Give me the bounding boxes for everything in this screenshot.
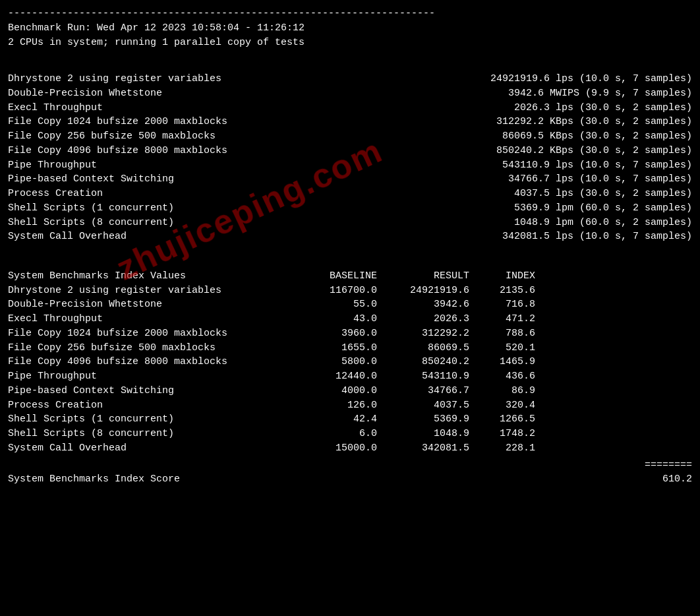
raw-result-row: Shell Scripts (1 concurrent) 5369.9 lpm … <box>8 201 692 216</box>
index-row-index: 1465.9 <box>469 355 535 369</box>
score-label: System Benchmarks Index Score <box>8 472 626 487</box>
index-row-baseline: 126.0 <box>285 398 377 413</box>
raw-values: 1048.9 lpm (60.0 s, 2 samples) <box>514 216 692 230</box>
index-header-result: RESULT <box>377 269 469 284</box>
raw-label: File Copy 4096 bufsize 8000 maxblocks <box>8 144 258 158</box>
raw-result-row: File Copy 1024 bufsize 2000 maxblocks 31… <box>8 115 692 129</box>
index-header-baseline: BASELINE <box>285 269 377 284</box>
index-row-label: Pipe Throughput <box>8 369 285 384</box>
raw-result-row: Execl Throughput 2026.3 lps (30.0 s, 2 s… <box>8 101 692 115</box>
index-row-result: 1048.9 <box>377 427 469 441</box>
index-row-label: System Call Overhead <box>8 441 285 456</box>
index-row-index: 2135.6 <box>469 284 535 298</box>
raw-label: Execl Throughput <box>8 101 258 115</box>
index-data-row: File Copy 4096 bufsize 8000 maxblocks580… <box>8 355 692 369</box>
raw-result-row: Double-Precision Whetstone 3942.6 MWIPS … <box>8 86 692 101</box>
raw-values: 34766.7 lps (10.0 s, 7 samples) <box>508 172 692 187</box>
raw-result-row: File Copy 256 bufsize 500 maxblocks 8606… <box>8 129 692 144</box>
index-row-baseline: 15000.0 <box>285 441 377 456</box>
index-row-result: 850240.2 <box>377 355 469 369</box>
index-row-label: Shell Scripts (8 concurrent) <box>8 427 285 441</box>
index-row-index: 716.8 <box>469 297 535 312</box>
index-data-row: File Copy 256 bufsize 500 maxblocks1655.… <box>8 341 692 355</box>
raw-values: 312292.2 KBps (30.0 s, 2 samples) <box>496 115 692 129</box>
raw-label: File Copy 1024 bufsize 2000 maxblocks <box>8 115 258 129</box>
index-row-index: 520.1 <box>469 341 535 355</box>
raw-result-row: File Copy 4096 bufsize 8000 maxblocks 85… <box>8 144 692 158</box>
raw-label: Shell Scripts (1 concurrent) <box>8 201 258 216</box>
index-data-row: File Copy 1024 bufsize 2000 maxblocks396… <box>8 326 692 341</box>
index-row-result: 312292.2 <box>377 326 469 341</box>
terminal-content: ----------------------------------------… <box>8 7 692 487</box>
raw-values: 24921919.6 lps (10.0 s, 7 samples) <box>490 72 692 86</box>
index-data-row: Pipe-based Context Switching4000.034766.… <box>8 384 692 398</box>
index-table-section: System Benchmarks Index ValuesBASELINERE… <box>8 269 692 487</box>
index-row-index: 228.1 <box>469 441 535 456</box>
index-header-row: System Benchmarks Index ValuesBASELINERE… <box>8 269 692 284</box>
index-separator: ======== <box>8 458 692 473</box>
raw-result-row: Dhrystone 2 using register variables 249… <box>8 72 692 86</box>
index-row-label: Shell Scripts (1 concurrent) <box>8 412 285 427</box>
raw-result-row: Shell Scripts (8 concurrent) 1048.9 lpm … <box>8 216 692 230</box>
score-row: System Benchmarks Index Score610.2 <box>8 472 692 487</box>
index-row-result: 543110.9 <box>377 369 469 384</box>
raw-result-row: Pipe Throughput 543110.9 lps (10.0 s, 7 … <box>8 158 692 173</box>
raw-label: Double-Precision Whetstone <box>8 86 258 101</box>
raw-result-row: Process Creation 4037.5 lps (30.0 s, 2 s… <box>8 187 692 201</box>
index-row-baseline: 6.0 <box>285 427 377 441</box>
index-data-row: Dhrystone 2 using register variables1167… <box>8 284 692 298</box>
raw-values: 4037.5 lps (30.0 s, 2 samples) <box>514 187 692 201</box>
index-row-result: 4037.5 <box>377 398 469 413</box>
raw-result-row: System Call Overhead 342081.5 lps (10.0 … <box>8 230 692 244</box>
raw-label: Shell Scripts (8 concurrent) <box>8 216 258 230</box>
raw-values: 543110.9 lps (10.0 s, 7 samples) <box>502 158 692 173</box>
index-row-result: 86069.5 <box>377 341 469 355</box>
index-row-index: 1748.2 <box>469 427 535 441</box>
index-row-baseline: 43.0 <box>285 312 377 326</box>
raw-result-row: Pipe-based Context Switching 34766.7 lps… <box>8 172 692 187</box>
raw-results-section: Dhrystone 2 using register variables 249… <box>8 72 692 244</box>
index-row-index: 788.6 <box>469 326 535 341</box>
index-row-result: 24921919.6 <box>377 284 469 298</box>
index-row-result: 5369.9 <box>377 412 469 427</box>
raw-label: Process Creation <box>8 187 258 201</box>
index-data-row: Double-Precision Whetstone55.03942.6716.… <box>8 297 692 312</box>
index-row-index: 86.9 <box>469 384 535 398</box>
index-row-index: 471.2 <box>469 312 535 326</box>
index-row-result: 342081.5 <box>377 441 469 456</box>
raw-label: Pipe-based Context Switching <box>8 172 258 187</box>
index-data-row: Process Creation126.04037.5320.4 <box>8 398 692 413</box>
index-data-row: Shell Scripts (1 concurrent)42.45369.912… <box>8 412 692 427</box>
index-row-label: Process Creation <box>8 398 285 413</box>
raw-values: 86069.5 KBps (30.0 s, 2 samples) <box>502 129 692 144</box>
index-row-baseline: 3960.0 <box>285 326 377 341</box>
index-row-baseline: 1655.0 <box>285 341 377 355</box>
index-row-result: 2026.3 <box>377 312 469 326</box>
index-header-label: System Benchmarks Index Values <box>8 269 285 284</box>
raw-label: System Call Overhead <box>8 230 258 244</box>
index-row-baseline: 12440.0 <box>285 369 377 384</box>
index-row-index: 436.6 <box>469 369 535 384</box>
index-row-label: File Copy 1024 bufsize 2000 maxblocks <box>8 326 285 341</box>
index-row-baseline: 42.4 <box>285 412 377 427</box>
index-row-baseline: 4000.0 <box>285 384 377 398</box>
index-row-baseline: 5800.0 <box>285 355 377 369</box>
raw-values: 342081.5 lps (10.0 s, 7 samples) <box>502 230 692 244</box>
index-row-label: File Copy 256 bufsize 500 maxblocks <box>8 341 285 355</box>
index-row-index: 1266.5 <box>469 412 535 427</box>
index-header-index: INDEX <box>469 269 535 284</box>
index-row-label: Double-Precision Whetstone <box>8 297 285 312</box>
header-line2: 2 CPUs in system; running 1 parallel cop… <box>8 36 692 50</box>
score-value: 610.2 <box>626 472 692 487</box>
raw-label: File Copy 256 bufsize 500 maxblocks <box>8 129 258 144</box>
index-data-row: Pipe Throughput12440.0543110.9436.6 <box>8 369 692 384</box>
index-row-result: 3942.6 <box>377 297 469 312</box>
raw-values: 850240.2 KBps (30.0 s, 2 samples) <box>496 144 692 158</box>
raw-values: 3942.6 MWIPS (9.9 s, 7 samples) <box>508 86 692 101</box>
index-row-baseline: 116700.0 <box>285 284 377 298</box>
raw-label: Dhrystone 2 using register variables <box>8 72 258 86</box>
benchmark-header: Benchmark Run: Wed Apr 12 2023 10:58:04 … <box>8 21 692 50</box>
index-row-index: 320.4 <box>469 398 535 413</box>
raw-label: Pipe Throughput <box>8 158 258 173</box>
index-data-row: System Call Overhead15000.0342081.5228.1 <box>8 441 692 456</box>
